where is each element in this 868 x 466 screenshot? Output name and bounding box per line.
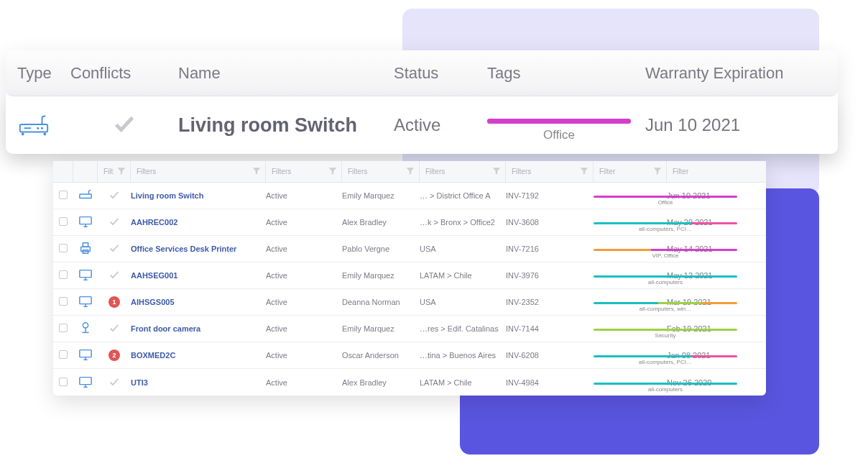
row-tags-cell: Office: [594, 186, 667, 206]
filter-invoice[interactable]: [506, 161, 594, 182]
funnel-icon: [251, 166, 262, 176]
row-checkbox[interactable]: [59, 378, 68, 386]
row-conflict-cell: [98, 322, 131, 335]
row-type-cell: [73, 294, 98, 310]
row-user-cell: Deanna Norman: [342, 298, 420, 306]
zoom-warranty: Jun 10 2021: [645, 115, 740, 134]
row-name-link[interactable]: AIHSGS005: [131, 298, 175, 306]
header-name[interactable]: Name: [178, 64, 394, 83]
tag-bar: [594, 329, 737, 331]
row-status-cell: Active: [266, 378, 342, 387]
row-checkbox[interactable]: [59, 270, 68, 279]
row-status-cell: Active: [266, 351, 342, 360]
filter-row: [53, 161, 766, 183]
filter-name[interactable]: [131, 161, 266, 182]
header-status[interactable]: Status: [394, 64, 487, 83]
funnel-icon: [491, 166, 502, 176]
conflict-badge[interactable]: 2: [108, 350, 120, 361]
row-location-cell: …res > Edif. Catalinas: [420, 324, 506, 333]
zoom-conflict-cell: [70, 111, 178, 139]
table-row[interactable]: AAHSEG001ActiveEmily MarquezLATAM > Chil…: [53, 262, 766, 289]
row-checkbox[interactable]: [59, 297, 68, 306]
row-checkbox[interactable]: [59, 217, 68, 226]
row-user-cell: Emily Marquez: [342, 191, 420, 200]
desktop-icon: [78, 214, 93, 229]
row-checkbox[interactable]: [59, 191, 68, 199]
check-icon: [108, 269, 120, 280]
row-type-cell: [73, 268, 98, 283]
tag-chip: VIP, Office: [594, 239, 737, 259]
table-row[interactable]: Front door cameraActiveEmily Marquez…res…: [53, 316, 766, 342]
filter-conflict[interactable]: [98, 161, 131, 182]
table-row[interactable]: 1AIHSGS005ActiveDeanna NormanUSAINV-2352…: [53, 289, 766, 316]
row-checkbox-cell: [53, 378, 73, 388]
filter-date-input[interactable]: [667, 161, 766, 182]
header-tags[interactable]: Tags: [487, 64, 645, 83]
desktop-icon: [78, 268, 93, 282]
row-location-cell: …k > Bronx > Office2: [420, 218, 506, 227]
tag-chip: all-computers, win…: [594, 292, 737, 312]
filter-location[interactable]: [420, 161, 506, 182]
tag-chip: Security: [594, 319, 737, 339]
table-row[interactable]: 2BOXMED2CActiveOscar Anderson…tina > Bue…: [53, 342, 766, 369]
row-invoice-cell: INV-4984: [506, 378, 594, 387]
funnel-icon: [116, 166, 126, 176]
row-location-cell: LATAM > Chile: [420, 271, 506, 280]
svg-point-3: [37, 127, 39, 129]
check-icon: [108, 189, 120, 201]
row-invoice-cell: INV-3976: [506, 271, 594, 280]
filter-name-input[interactable]: [131, 161, 265, 182]
row-name-link[interactable]: BOXMED2C: [131, 351, 175, 360]
row-checkbox-cell: [53, 217, 73, 227]
zoom-name-cell[interactable]: Living room Switch: [178, 114, 394, 137]
tag-bar: [487, 119, 631, 124]
row-user-cell: Emily Marquez: [342, 271, 420, 280]
row-name-cell: Office Services Desk Printer: [131, 245, 266, 253]
row-location-cell: USA: [420, 298, 506, 306]
row-name-link[interactable]: Front door camera: [131, 324, 200, 333]
row-tags-cell: all-computers: [594, 265, 667, 285]
row-checkbox[interactable]: [59, 324, 68, 332]
table-row[interactable]: Living room SwitchActiveEmily Marquez… >…: [53, 183, 766, 209]
header-warranty[interactable]: Warranty Expiration: [645, 64, 838, 83]
row-name-link[interactable]: AAHREC002: [131, 218, 177, 227]
conflict-badge[interactable]: 1: [108, 296, 120, 308]
filter-user[interactable]: [342, 161, 420, 182]
camera-icon: [78, 321, 93, 335]
row-type-cell: [73, 347, 98, 363]
zoom-status-cell: Active: [394, 115, 487, 135]
tag-chip: all-computers, PCI…: [594, 212, 737, 232]
filter-date[interactable]: [667, 161, 766, 182]
row-checkbox-cell: [53, 244, 73, 254]
row-name-link[interactable]: Living room Switch: [131, 191, 203, 200]
tag-bar: [594, 302, 737, 304]
header-conflicts[interactable]: Conflicts: [70, 64, 178, 83]
tag-bar: [594, 383, 737, 385]
row-invoice-cell: INV-3608: [506, 218, 594, 227]
tag-bar: [594, 196, 737, 198]
check-icon: [108, 242, 120, 254]
zoom-row[interactable]: Living room Switch Active Office Jun 10 …: [6, 96, 838, 154]
check-icon: [108, 216, 120, 227]
row-invoice-cell: INV-7192: [506, 191, 594, 200]
filter-tags[interactable]: [594, 161, 667, 182]
row-checkbox[interactable]: [59, 350, 68, 359]
row-name-cell: AAHREC002: [131, 218, 266, 227]
row-type-cell: [73, 188, 98, 204]
table-row[interactable]: UTI3ActiveAlex BradleyLATAM > ChileINV-4…: [53, 369, 766, 396]
row-name-link[interactable]: Office Services Desk Printer: [131, 245, 236, 253]
row-name-cell: AAHSEG001: [131, 271, 266, 280]
check-icon: [112, 111, 137, 136]
table-row[interactable]: Office Services Desk PrinterActivePablo …: [53, 236, 766, 262]
row-checkbox[interactable]: [59, 244, 68, 252]
table-row[interactable]: AAHREC002ActiveAlex Bradley…k > Bronx > …: [53, 209, 766, 236]
tag-label: all-computers, win…: [594, 306, 737, 312]
funnel-icon: [579, 166, 589, 176]
zoom-type-cell: [6, 111, 70, 139]
header-type[interactable]: Type: [6, 64, 70, 83]
row-checkbox-cell: [53, 270, 73, 280]
svg-point-2: [41, 127, 43, 129]
filter-status[interactable]: [266, 161, 342, 182]
row-name-link[interactable]: UTI3: [131, 378, 148, 387]
row-name-link[interactable]: AAHSEG001: [131, 271, 177, 280]
